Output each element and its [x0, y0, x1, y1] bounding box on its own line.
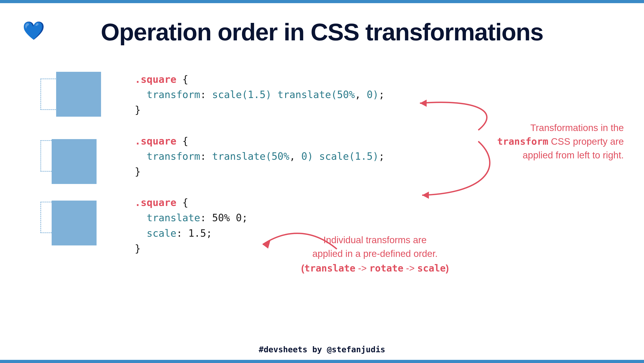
footer-by: by [308, 345, 327, 354]
footer-credit: #devsheets by @stefanjudis [0, 345, 644, 354]
footer-handle: @stefanjudis [327, 345, 385, 354]
arrow-text: -> [358, 263, 367, 274]
paren-close: ) [446, 263, 449, 274]
bottom-border-bar [0, 360, 644, 363]
code-block-1: .square { transform: scale(1.5) translat… [135, 72, 385, 118]
order-scale: scale [417, 263, 446, 274]
code-block-2: .square { transform: translate(50%, 0) s… [135, 133, 385, 179]
annotation-line: Individual transforms are [294, 233, 456, 247]
arrow-text: -> [406, 263, 415, 274]
order-rotate: rotate [370, 263, 404, 274]
demo-illustration-3 [40, 195, 103, 235]
order-translate: translate [304, 263, 356, 274]
annotation-line: Transformations in the [489, 121, 624, 135]
annotation-line: applied from left to right. [489, 148, 624, 162]
annotation-line: transform CSS property are [489, 135, 624, 148]
paren-open: ( [301, 263, 304, 274]
top-border-bar [0, 0, 644, 3]
transformed-square [52, 139, 96, 184]
demo-illustration-2 [40, 133, 103, 174]
annotation-line: applied in a pre-defined order. [294, 247, 456, 261]
annotation-individual-transforms: Individual transforms are applied in a p… [294, 233, 456, 275]
page-title: Operation order in CSS transformations [0, 18, 644, 46]
annotation-order-line: (translate -> rotate -> scale) [294, 262, 456, 275]
demo-illustration-1 [40, 72, 103, 112]
transformed-square [56, 72, 101, 117]
example-row-1: .square { transform: scale(1.5) translat… [40, 72, 622, 118]
footer-hashtag: #devsheets [259, 345, 308, 354]
annotation-keyword: transform [497, 136, 548, 147]
transformed-square [52, 201, 96, 245]
code-block-3: .square { translate: 50% 0; scale: 1.5; … [135, 195, 248, 256]
annotation-text: CSS property are [548, 136, 624, 147]
annotation-transform-order: Transformations in the transform CSS pro… [489, 121, 624, 162]
